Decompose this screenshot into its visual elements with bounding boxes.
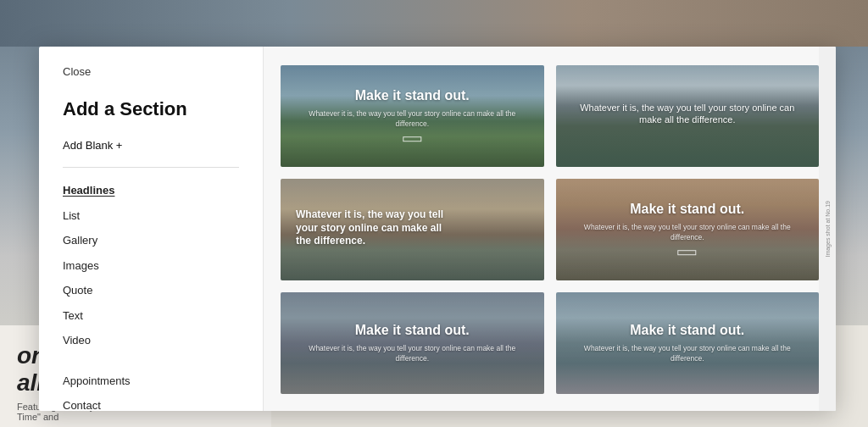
sidebar-item-text[interactable]: Text <box>63 303 239 329</box>
card-content-4: Make it stand out. Whatever it is, the w… <box>569 201 805 258</box>
card-subtitle-4: Whatever it is, the way you tell your st… <box>569 223 805 243</box>
modal-title: Add a Section <box>63 98 239 120</box>
card-content-3: Whatever it is, the way you tell your st… <box>296 208 453 252</box>
section-card-1[interactable]: Make it stand out. Whatever it is, the w… <box>281 65 544 167</box>
sidebar: Close Add a Section Add Blank + Headline… <box>39 47 264 411</box>
add-blank-button[interactable]: Add Blank + <box>63 139 239 152</box>
add-section-modal: Close Add a Section Add Blank + Headline… <box>39 47 836 411</box>
close-button[interactable]: Close <box>63 65 239 78</box>
section-card-6[interactable]: Make it stand out. Whatever it is, the w… <box>556 292 820 394</box>
card-subtitle-5: Whatever it is, the way you tell your st… <box>294 344 531 364</box>
section-card-5[interactable]: Make it stand out. Whatever it is, the w… <box>281 292 544 394</box>
section-card-3[interactable]: Whatever it is, the way you tell your st… <box>281 179 544 280</box>
sidebar-item-quote[interactable]: Quote <box>63 278 239 303</box>
card-title-5: Make it stand out. <box>294 322 531 340</box>
card-title-6: Make it stand out. <box>569 322 805 340</box>
card-content-2: Whatever it is, the way you tell your st… <box>569 102 805 130</box>
section-card-2[interactable]: Whatever it is, the way you tell your st… <box>556 65 820 167</box>
card-content-1: Make it stand out. Whatever it is, the w… <box>294 87 531 145</box>
content-area: Make it stand out. Whatever it is, the w… <box>264 47 836 411</box>
sidebar-item-appointments[interactable]: Appointments <box>63 369 239 394</box>
sidebar-item-video[interactable]: Video <box>63 328 239 353</box>
card-title-1: Make it stand out. <box>294 87 531 105</box>
card-button-1 <box>403 136 421 141</box>
bg-photo-top <box>0 0 868 47</box>
sidebar-item-list[interactable]: List <box>63 203 239 229</box>
section-card-4[interactable]: Make it stand out. Whatever it is, the w… <box>556 179 820 280</box>
card-subtitle-6: Whatever it is, the way you tell your st… <box>569 344 805 364</box>
sidebar-item-gallery[interactable]: Gallery <box>63 228 239 253</box>
card-title-2: Whatever it is, the way you tell your st… <box>569 102 805 126</box>
vertical-label-text: Images shot at No.19 <box>825 201 831 258</box>
vertical-label-container: Images shot at No.19 <box>819 47 836 411</box>
sections-grid: Make it stand out. Whatever it is, the w… <box>281 65 819 394</box>
card-title-4: Make it stand out. <box>569 201 805 219</box>
card-title-3: Whatever it is, the way you tell your st… <box>296 208 453 248</box>
sidebar-item-contact[interactable]: Contact <box>63 393 239 411</box>
sidebar-item-images[interactable]: Images <box>63 253 239 279</box>
nav-divider-top <box>63 167 239 168</box>
card-subtitle-1: Whatever it is, the way you tell your st… <box>294 109 531 130</box>
sidebar-item-headlines[interactable]: Headlines <box>63 178 239 203</box>
card-content-6: Make it stand out. Whatever it is, the w… <box>569 322 805 364</box>
card-button-4 <box>678 250 697 255</box>
card-content-5: Make it stand out. Whatever it is, the w… <box>294 322 531 364</box>
